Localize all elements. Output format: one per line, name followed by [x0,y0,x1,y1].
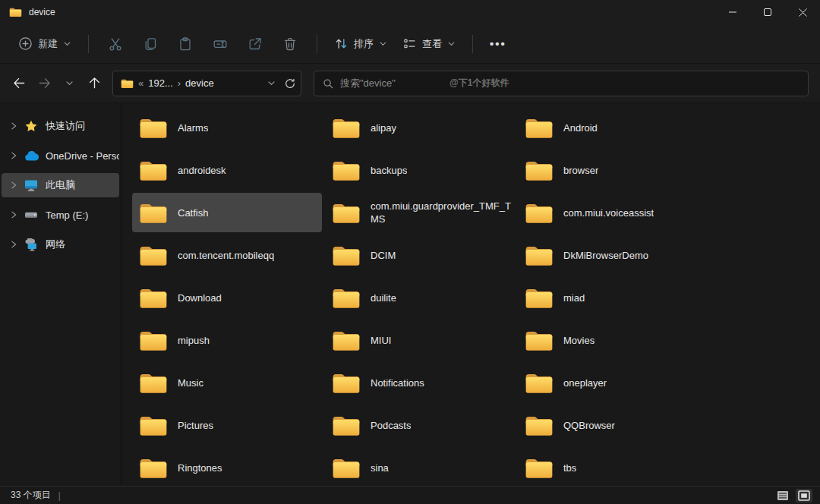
up-button[interactable] [83,71,106,95]
sidebar-item-this-pc[interactable]: 此电脑 [2,173,119,197]
folder-name: oneplayer [563,376,607,389]
new-button[interactable]: 新建 [11,30,79,57]
breadcrumb-separator: › [176,77,182,89]
folder-tile[interactable]: oneplayer [518,363,708,402]
sidebar-item-network[interactable]: 网络 [2,232,119,257]
folder-tile[interactable]: browser [518,150,708,190]
folder-tile[interactable]: miad [518,278,708,317]
folder-name: com.miui.voiceassist [563,206,654,219]
folder-tile[interactable]: Movies [518,320,708,360]
folder-icon [525,414,554,437]
folder-icon [139,201,168,225]
sidebar-item-temp-drive[interactable]: Temp (E:) [2,203,119,227]
folder-name: DCIM [371,249,396,262]
close-button[interactable] [785,0,820,24]
chevron-right-icon[interactable] [9,150,21,161]
search-box[interactable]: @下1个好软件 [314,71,809,96]
large-icons-view-button[interactable] [796,489,812,502]
chevron-right-icon[interactable] [9,239,21,250]
folder-name: com.tencent.mobileqq [178,249,274,262]
folder-icon [525,159,554,182]
recent-locations-button[interactable] [58,71,81,95]
folder-tile[interactable]: com.tencent.mobileqq [132,235,322,275]
sidebar-item-quick-access[interactable]: 快速访问 [2,114,119,138]
folder-name: duilite [371,291,396,304]
folder-tile[interactable]: Podcasts [325,405,515,445]
folder-icon [525,329,554,352]
breadcrumb-current[interactable]: device [182,77,217,89]
folder-icon [139,286,168,310]
search-icon [322,77,334,90]
folder-tile[interactable]: alipay [325,108,515,147]
breadcrumb-root[interactable]: 192... [145,77,176,89]
folder-tile[interactable]: Catfish [132,193,322,232]
folder-tile[interactable]: Android [518,108,708,147]
status-divider: | [58,490,61,501]
share-button[interactable] [238,30,273,58]
folder-tile[interactable]: DCIM [325,235,515,275]
window-title: device [29,7,55,17]
folder-tile[interactable]: DkMiBrowserDemo [518,235,708,275]
folder-tile[interactable]: com.miui.voiceassist [518,193,708,232]
minimize-button[interactable] [715,0,750,24]
folder-tile[interactable]: androidesk [132,150,322,190]
folder-tile[interactable]: mipush [132,320,322,360]
folder-name: browser [563,164,598,177]
folder-tile[interactable]: com.miui.guardprovider_TMF_TMS [325,193,515,232]
sidebar-item-onedrive[interactable]: OneDrive - Persor [2,143,119,168]
view-button[interactable]: 查看 [395,30,463,57]
sidebar-item-label: 网络 [46,238,65,251]
folder-tile[interactable]: duilite [325,278,515,317]
cut-button[interactable] [98,30,133,58]
chevron-right-icon[interactable] [9,121,21,131]
folder-icon [139,329,168,352]
paste-button[interactable] [168,30,203,58]
folder-tile[interactable]: QQBrowser [518,405,708,445]
folder-icon [332,159,361,182]
breadcrumb-overflow[interactable]: « [137,77,145,89]
chevron-right-icon[interactable] [9,209,21,220]
folder-icon [139,116,168,140]
more-options-button[interactable]: ••• [482,31,514,56]
folder-tile[interactable]: sina [325,448,515,486]
address-bar[interactable]: « 192... › device [112,71,301,96]
folder-tile[interactable]: MIUI [325,320,515,360]
monitor-icon [24,178,39,192]
item-count: 33 个项目 [11,489,51,502]
folder-icon [525,456,554,480]
folder-name: Notifications [371,376,424,389]
folder-icon [332,371,361,395]
ellipsis-icon: ••• [490,37,506,50]
folder-tile[interactable]: Ringtones [132,448,322,486]
folder-icon [332,329,361,352]
folder-tile[interactable]: Music [132,363,322,402]
sidebar-item-label: Temp (E:) [46,209,88,221]
network-icon [24,238,39,251]
search-input[interactable] [340,77,439,89]
folder-tile[interactable]: Alarms [132,108,322,147]
sort-button[interactable]: 排序 [326,30,395,57]
folder-tile[interactable]: backups [325,150,515,190]
sort-arrows-icon [334,36,348,51]
address-dropdown-icon[interactable] [266,78,276,88]
back-button[interactable] [8,71,31,95]
folder-icon [332,286,361,310]
delete-button[interactable] [273,30,308,58]
forward-button[interactable] [33,71,56,95]
folder-tile[interactable]: Download [132,278,322,317]
maximize-button[interactable] [750,0,785,24]
chevron-right-icon[interactable] [9,180,21,191]
separator [88,35,89,53]
circle-plus-icon [18,36,33,51]
new-button-label: 新建 [38,37,58,51]
refresh-icon[interactable] [284,77,296,90]
folder-tile[interactable]: Notifications [325,363,515,402]
details-view-button[interactable] [774,489,791,502]
folder-name: Movies [563,334,594,347]
rename-button[interactable] [203,30,238,58]
folder-tile[interactable]: Pictures [132,405,322,445]
view-list-icon [402,36,417,51]
folder-icon [139,244,168,267]
folder-tile[interactable]: tbs [518,448,708,486]
copy-button[interactable] [133,30,168,58]
